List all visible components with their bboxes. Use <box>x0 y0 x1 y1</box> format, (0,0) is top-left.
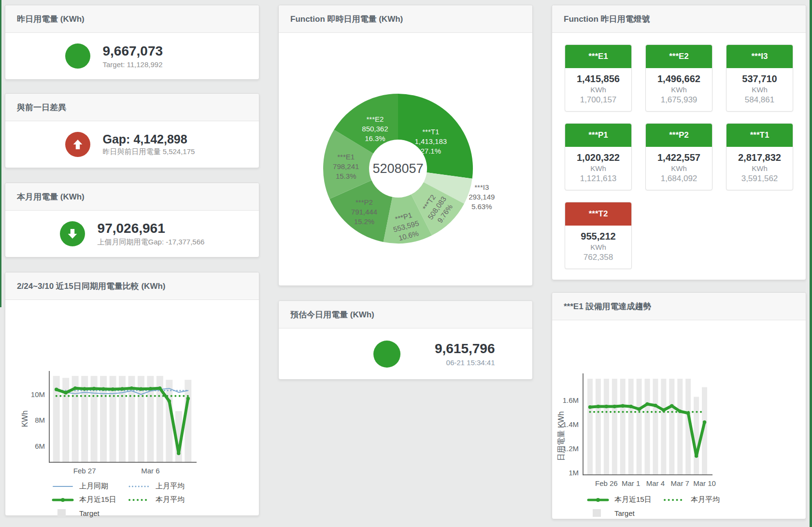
legend-label: 本月近15日 <box>614 495 652 504</box>
tile-value: 2,817,832 <box>729 152 790 163</box>
panel-day-gap: 與前一日差異 Gap: 4,142,898 昨日與前日用電量 5,524,175 <box>5 93 259 168</box>
svg-text:***T1: ***T1 <box>422 128 439 136</box>
estimate-today-value: 9,615,796 <box>413 341 495 356</box>
svg-text:Mar 4: Mar 4 <box>646 479 665 487</box>
day-gap-subtitle: 昨日與前日用電量 5,524,175 <box>103 147 199 157</box>
tile-body: 537,710KWh584,861 <box>727 68 793 111</box>
status-tile-E1[interactable]: ***E11,415,856KWh1,700,157 <box>565 44 632 112</box>
svg-text:1,413,183: 1,413,183 <box>414 137 447 145</box>
legend-label: 上月平均 <box>156 482 185 491</box>
legend-line-sample <box>128 496 150 504</box>
legend-item-line[interactable]: 本月近15日 <box>587 495 663 504</box>
donut-slice-label: ***I3293,1495.63% <box>469 183 495 211</box>
svg-text:Mar 7: Mar 7 <box>671 479 689 487</box>
panel-title: Function 昨日用電燈號 <box>552 5 806 33</box>
svg-text:10M: 10M <box>31 390 45 399</box>
month-usage-gap: 上個月同期用電Gap: -17,377,566 <box>98 238 205 247</box>
legend-item-avg[interactable]: 上月平均 <box>128 482 210 491</box>
tile-secondary-value: 584,861 <box>729 95 790 105</box>
legend-item-target[interactable]: Target <box>52 509 128 517</box>
panel-e1-trend-chart: ***E1 設備用電達成趨勢 1M1.2M1.4M1.6MFeb 26Mar 1… <box>552 292 806 519</box>
svg-text:791,444: 791,444 <box>351 208 377 216</box>
status-tile-P1[interactable]: ***P11,020,322KWh1,121,613 <box>565 123 632 190</box>
tile-body: 2,817,832KWh3,591,562 <box>727 147 793 190</box>
legend-item-avg[interactable]: 本月平均 <box>663 495 745 504</box>
tile-body: 1,422,557KWh1,684,092 <box>646 147 712 190</box>
panel-title: 預估今日用電量 (KWh) <box>279 301 532 328</box>
tile-label: ***T1 <box>727 124 793 147</box>
panel-title: 與前一日差異 <box>5 94 259 121</box>
legend-line-sample <box>52 496 74 504</box>
svg-text:***P2: ***P2 <box>356 198 373 206</box>
svg-text:Mar 6: Mar 6 <box>141 467 159 475</box>
legend-label: 本月平均 <box>156 495 185 504</box>
status-tile-P2[interactable]: ***P21,422,557KWh1,684,092 <box>645 123 712 190</box>
legend-label: 本月平均 <box>691 495 720 504</box>
tile-secondary-value: 1,675,939 <box>649 95 709 105</box>
status-tile-E2[interactable]: ***E21,496,662KWh1,675,939 <box>645 44 712 112</box>
tile-value: 537,710 <box>729 73 790 85</box>
panel-estimate-today: 預估今日用電量 (KWh) 9,615,796 06-21 15:34:41 <box>278 300 533 380</box>
svg-text:850,362: 850,362 <box>362 125 388 133</box>
legend-label: Target <box>79 509 100 517</box>
tile-value: 1,415,856 <box>568 73 628 85</box>
svg-text:293,149: 293,149 <box>469 193 495 201</box>
svg-text:Feb 27: Feb 27 <box>73 467 96 475</box>
tile-unit: KWh <box>649 164 709 172</box>
svg-text:8M: 8M <box>35 416 45 424</box>
panel-title: 2/24~3/10 近15日同期用電量比較 (KWh) <box>5 272 259 300</box>
status-tile-I3[interactable]: ***I3537,710KWh584,861 <box>726 44 793 112</box>
tile-label: ***I3 <box>727 45 793 68</box>
legend-item-line[interactable]: 上月同期 <box>52 482 128 491</box>
day-gap-value: Gap: 4,142,898 <box>103 132 199 146</box>
tile-unit: KWh <box>649 85 709 94</box>
legend-item-target[interactable]: Target <box>587 509 663 517</box>
svg-text:16.3%: 16.3% <box>365 134 385 142</box>
panel-month-usage: 本月用電量 (KWh) 97,026,961 上個月同期用電Gap: -17,3… <box>5 183 259 257</box>
legend-item-avg[interactable]: 本月平均 <box>128 495 210 504</box>
panel-title: ***E1 設備用電達成趨勢 <box>552 293 806 320</box>
panel-15day-compare-chart: 2/24~3/10 近15日同期用電量比較 (KWh) 6M8M10MFeb 2… <box>5 272 259 516</box>
svg-text:Feb 26: Feb 26 <box>595 479 618 487</box>
tile-label: ***T2 <box>565 202 631 226</box>
tile-grid: ***E11,415,856KWh1,700,157***E21,496,662… <box>552 33 806 281</box>
panel-title: 本月用電量 (KWh) <box>5 183 259 211</box>
status-tile-T2[interactable]: ***T2955,212KWh762,358 <box>565 202 632 269</box>
svg-text:5.63%: 5.63% <box>471 202 492 211</box>
tile-value: 1,020,322 <box>568 152 628 163</box>
panel-title: Function 即時日用電量 (KWh) <box>279 5 532 33</box>
legend-line-sample <box>663 496 685 504</box>
legend-item-line[interactable]: 本月近15日 <box>52 495 128 504</box>
left-edge-strip <box>0 0 1 307</box>
tile-body: 1,415,856KWh1,700,157 <box>565 68 631 111</box>
panel-realtime-donut: Function 即時日用電量 (KWh) ***T11,413,18327.1… <box>278 5 533 286</box>
legend-label: 本月近15日 <box>79 495 116 504</box>
svg-text:日用電量 KWh: 日用電量 KWh <box>557 411 565 461</box>
tile-unit: KWh <box>729 85 790 94</box>
tile-secondary-value: 1,700,157 <box>568 95 628 105</box>
svg-text:***E1: ***E1 <box>337 153 355 161</box>
tile-secondary-value: 762,358 <box>568 253 628 262</box>
svg-text:KWh: KWh <box>21 411 29 427</box>
right-edge-strip <box>810 0 812 527</box>
tile-body: 1,020,322KWh1,121,613 <box>565 147 631 190</box>
e1-trend-chart: 1M1.2M1.4M1.6MFeb 26Mar 1Mar 4Mar 7Mar 1… <box>552 320 807 490</box>
legend-line-sample <box>52 482 74 491</box>
panel-yesterday-status-lights: Function 昨日用電燈號 ***E11,415,856KWh1,700,1… <box>552 5 806 280</box>
svg-text:***E2: ***E2 <box>366 115 384 123</box>
tile-unit: KWh <box>729 164 790 172</box>
tile-label: ***P2 <box>646 124 712 147</box>
tile-secondary-value: 3,591,562 <box>729 174 790 184</box>
status-tile-T1[interactable]: ***T12,817,832KWh3,591,562 <box>726 123 793 190</box>
svg-text:***I3: ***I3 <box>474 183 489 191</box>
estimate-timestamp: 06-21 15:34:41 <box>413 358 495 367</box>
tile-secondary-value: 1,121,613 <box>568 174 628 184</box>
tile-label: ***E2 <box>646 45 712 68</box>
tile-value: 955,212 <box>568 231 628 242</box>
tile-value: 1,496,662 <box>649 73 709 85</box>
legend-label: 上月同期 <box>79 482 108 491</box>
status-green-circle-icon <box>65 43 90 69</box>
compare-chart-legend: 上月同期上月平均本月近15日本月平均Target <box>52 482 259 517</box>
svg-text:1M: 1M <box>569 469 579 477</box>
svg-text:Mar 10: Mar 10 <box>693 479 716 487</box>
